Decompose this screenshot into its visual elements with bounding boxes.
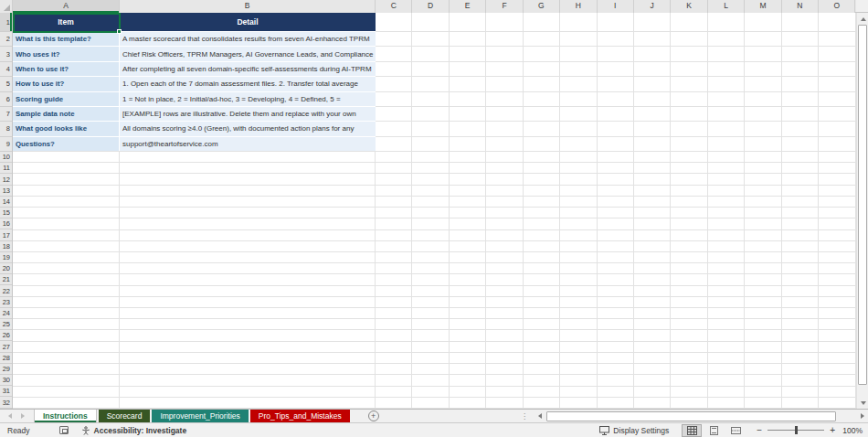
scroll-up-button[interactable]: [857, 13, 868, 25]
row-header-31[interactable]: 31: [0, 386, 12, 397]
row-header-27[interactable]: 27: [0, 341, 12, 352]
cell-A4[interactable]: When to use it?: [13, 62, 120, 76]
row-header-25[interactable]: 25: [0, 319, 12, 330]
vertical-scroll-thumb[interactable]: [858, 25, 867, 385]
row-header-13[interactable]: 13: [0, 186, 12, 197]
tab-splitter-handle[interactable]: ⋮: [521, 412, 528, 421]
row-header-23[interactable]: 23: [0, 297, 12, 308]
display-settings-button[interactable]: Display Settings: [599, 426, 682, 435]
column-header-M[interactable]: M: [745, 0, 781, 13]
macro-record-icon[interactable]: [59, 426, 69, 434]
column-header-L[interactable]: L: [708, 0, 745, 13]
table-row: Scoring guide1 = Not in place, 2 = Initi…: [13, 92, 376, 107]
column-header-N[interactable]: N: [782, 0, 819, 13]
column-header-K[interactable]: K: [671, 0, 707, 13]
row-header-10[interactable]: 10: [0, 152, 12, 163]
row-header-18[interactable]: 18: [0, 241, 12, 252]
horizontal-scroll-track[interactable]: [545, 411, 856, 421]
select-all-corner[interactable]: [0, 0, 13, 13]
column-header-D[interactable]: D: [412, 0, 449, 13]
row-header-19[interactable]: 19: [0, 252, 12, 263]
column-header-C[interactable]: C: [376, 0, 412, 13]
column-header-J[interactable]: J: [634, 0, 671, 13]
row-header-2[interactable]: 2: [0, 32, 12, 47]
header-cell-item[interactable]: Item: [13, 13, 120, 31]
row-header-16[interactable]: 16: [0, 218, 12, 229]
horizontal-scroll-thumb[interactable]: [546, 411, 836, 421]
add-sheet-button[interactable]: +: [368, 410, 379, 421]
sheet-tab-scorecard[interactable]: Scorecard: [99, 410, 151, 422]
row-header-9[interactable]: 9: [0, 137, 12, 152]
zoom-slider-thumb[interactable]: [795, 426, 798, 434]
cell-B3[interactable]: Chief Risk Officers, TPRM Managers, AI G…: [120, 47, 376, 60]
cell-A7[interactable]: Sample data note: [13, 107, 120, 121]
cell-A8[interactable]: What good looks like: [13, 122, 120, 135]
zoom-in-button[interactable]: +: [830, 426, 835, 434]
cell-B8[interactable]: All domains scoring ≥4.0 (Green), with d…: [120, 122, 376, 135]
zoom-percentage[interactable]: 100%: [841, 426, 868, 435]
column-header-G[interactable]: G: [524, 0, 560, 13]
cell-A9[interactable]: Questions?: [13, 137, 120, 151]
row-header-7[interactable]: 7: [0, 107, 12, 122]
sheet-tab-improvement_priorities[interactable]: Improvement_Priorities: [152, 410, 248, 422]
header-cell-detail[interactable]: Detail: [120, 13, 376, 31]
row-header-28[interactable]: 28: [0, 353, 12, 364]
sheet-tab-instructions[interactable]: Instructions: [34, 410, 97, 422]
row-header-32[interactable]: 32: [0, 397, 12, 408]
cell-B5[interactable]: 1. Open each of the 7 domain assessment …: [120, 77, 376, 91]
row-header-15[interactable]: 15: [0, 208, 12, 218]
column-header-H[interactable]: H: [560, 0, 597, 13]
vertical-scrollbar[interactable]: [856, 13, 868, 409]
row-header-3[interactable]: 3: [0, 47, 12, 61]
scroll-right-button[interactable]: [856, 410, 868, 422]
column-header-B[interactable]: B: [120, 0, 376, 13]
accessibility-status[interactable]: Accessibility: Investigate: [81, 426, 187, 435]
column-header-A[interactable]: A: [13, 0, 120, 13]
tab-scroll-right-icon[interactable]: [21, 413, 25, 419]
row-header-6[interactable]: 6: [0, 92, 12, 107]
table-row: What is this template?A master scorecard…: [13, 32, 376, 47]
cell-A6[interactable]: Scoring guide: [13, 92, 120, 106]
row-header-20[interactable]: 20: [0, 263, 12, 274]
grid-cells-area[interactable]: Item Detail What is this template?A mast…: [13, 13, 856, 409]
sheet-tab-pro_tips_and_mistakes[interactable]: Pro_Tips_and_Mistakes: [250, 410, 350, 422]
row-header-14[interactable]: 14: [0, 197, 12, 208]
row-header-24[interactable]: 24: [0, 308, 12, 319]
zoom-slider[interactable]: [767, 426, 824, 434]
horizontal-scrollbar[interactable]: [528, 410, 868, 422]
row-header-12[interactable]: 12: [0, 174, 12, 185]
cell-B9[interactable]: support@theartofservice.com: [120, 137, 376, 151]
cell-A5[interactable]: How to use it?: [13, 77, 120, 91]
row-header-22[interactable]: 22: [0, 285, 12, 296]
cell-B7[interactable]: [EXAMPLE] rows are illustrative. Delete …: [120, 107, 376, 121]
row-header-29[interactable]: 29: [0, 364, 12, 375]
page-layout-view-button[interactable]: [704, 424, 724, 437]
scroll-left-button[interactable]: [534, 410, 545, 422]
cell-B6[interactable]: 1 = Not in place, 2 = Initial/ad-hoc, 3 …: [120, 92, 376, 106]
zoom-out-button[interactable]: −: [757, 426, 762, 434]
row-header-4[interactable]: 4: [0, 62, 12, 77]
row-header-5[interactable]: 5: [0, 77, 12, 91]
row-header-26[interactable]: 26: [0, 330, 12, 341]
row-header-30[interactable]: 30: [0, 375, 12, 386]
normal-view-button[interactable]: [682, 424, 702, 437]
row-header-17[interactable]: 17: [0, 229, 12, 240]
column-header-O[interactable]: O: [819, 0, 855, 13]
row-header-11[interactable]: 11: [0, 163, 12, 174]
cell-A3[interactable]: Who uses it?: [13, 47, 120, 60]
page-break-preview-button[interactable]: [725, 424, 746, 437]
column-header-F[interactable]: F: [486, 0, 523, 13]
scroll-down-button[interactable]: [857, 397, 868, 409]
row-header-21[interactable]: 21: [0, 274, 12, 285]
row-header-8[interactable]: 8: [0, 122, 12, 136]
table-row: What good looks likeAll domains scoring …: [13, 122, 376, 136]
status-ready-label: Ready: [0, 426, 39, 435]
row-header-1[interactable]: 1: [0, 13, 12, 32]
cell-A2[interactable]: What is this template?: [13, 32, 120, 46]
cell-B4[interactable]: After completing all seven domain-specif…: [120, 62, 376, 76]
tab-scroll-left-icon[interactable]: [8, 413, 12, 419]
column-header-E[interactable]: E: [450, 0, 486, 13]
cell-B2[interactable]: A master scorecard that consolidates res…: [120, 32, 376, 46]
vertical-scroll-track[interactable]: [857, 385, 868, 397]
column-header-I[interactable]: I: [598, 0, 634, 13]
